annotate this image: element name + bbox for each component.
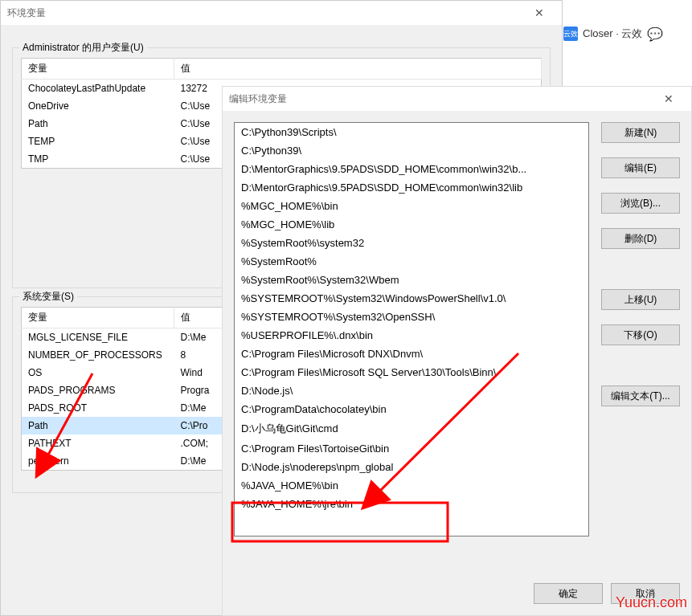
- var-name-cell: Path: [22, 417, 174, 434]
- user-vars-legend: Administrator 的用户变量(U): [19, 41, 147, 55]
- var-name-cell: PATHEXT: [22, 434, 174, 452]
- list-item[interactable]: D:\小乌龟Git\Git\cmd: [235, 418, 588, 439]
- new-button[interactable]: 新建(N): [601, 122, 680, 143]
- list-item[interactable]: C:\ProgramData\chocolatey\bin: [235, 400, 588, 418]
- app-header-text: Closer · 云效: [583, 27, 642, 41]
- close-icon[interactable]: ✕: [523, 1, 555, 25]
- col-var-name[interactable]: 变量: [22, 59, 174, 80]
- list-item[interactable]: %SYSTEMROOT%\System32\OpenSSH\: [235, 308, 588, 326]
- edit-env-titlebar[interactable]: 编辑环境变量 ✕: [223, 87, 691, 111]
- movedown-button[interactable]: 下移(O): [601, 324, 680, 345]
- var-name-cell: perlIntern: [22, 452, 174, 471]
- list-item[interactable]: %JAVA_HOME%\jre\bin: [235, 495, 588, 513]
- list-item[interactable]: C:\Python39\: [235, 141, 588, 160]
- var-name-cell: Path: [22, 115, 174, 133]
- moveup-button[interactable]: 上移(U): [601, 289, 680, 310]
- col-var-name[interactable]: 变量: [22, 308, 174, 328]
- list-item[interactable]: %SystemRoot%\System32\Wbem: [235, 271, 588, 289]
- env-vars-title: 环境变量: [7, 6, 523, 20]
- app-badge-icon: 云效: [563, 27, 578, 41]
- var-name-cell: PADS_ROOT: [22, 399, 174, 417]
- list-item[interactable]: C:\Program Files\TortoiseGit\bin: [235, 439, 588, 458]
- var-name-cell: TMP: [22, 150, 174, 169]
- sys-vars-legend: 系统变量(S): [19, 290, 77, 304]
- list-item[interactable]: %SYSTEMROOT%\System32\WindowsPowerShell\…: [235, 289, 588, 308]
- browse-button[interactable]: 浏览(B)...: [601, 193, 680, 214]
- edit-env-title: 编辑环境变量: [229, 92, 653, 106]
- ok-button[interactable]: 确定: [534, 583, 603, 604]
- var-name-cell: MGLS_LICENSE_FILE: [22, 328, 174, 347]
- var-name-cell: TEMP: [22, 133, 174, 150]
- delete-button[interactable]: 删除(D): [601, 228, 680, 249]
- close-icon[interactable]: ✕: [653, 87, 685, 111]
- list-item[interactable]: C:\Python39\Scripts\: [235, 123, 588, 141]
- list-item[interactable]: C:\Program Files\Microsoft DNX\Dnvm\: [235, 345, 588, 363]
- edit-env-dialog: 编辑环境变量 ✕ C:\Python39\Scripts\C:\Python39…: [222, 86, 692, 616]
- list-item[interactable]: %USERPROFILE%\.dnx\bin: [235, 326, 588, 345]
- list-item[interactable]: %JAVA_HOME%\bin: [235, 476, 588, 495]
- var-name-cell: OneDrive: [22, 97, 174, 115]
- background-app-header: 云效 Closer · 云效 💬: [563, 22, 692, 45]
- list-item[interactable]: %SystemRoot%: [235, 252, 588, 271]
- list-item[interactable]: %MGC_HOME%\lib: [235, 215, 588, 234]
- watermark: Yuucn.com: [616, 594, 687, 611]
- list-item[interactable]: D:\Node.js\: [235, 381, 588, 400]
- var-name-cell: OS: [22, 364, 174, 381]
- path-listbox[interactable]: C:\Python39\Scripts\C:\Python39\D:\Mento…: [234, 122, 589, 536]
- list-item[interactable]: %MGC_HOME%\bin: [235, 197, 588, 215]
- var-name-cell: NUMBER_OF_PROCESSORS: [22, 346, 174, 364]
- var-name-cell: PADS_PROGRAMS: [22, 381, 174, 399]
- list-item[interactable]: D:\Node.js\nodereps\npm_global: [235, 458, 588, 476]
- list-item[interactable]: C:\Program Files\Microsoft SQL Server\13…: [235, 363, 588, 381]
- env-vars-titlebar[interactable]: 环境变量 ✕: [1, 1, 562, 25]
- list-item[interactable]: %SystemRoot%\system32: [235, 234, 588, 252]
- edit-button[interactable]: 编辑(E): [601, 157, 680, 178]
- var-name-cell: ChocolateyLastPathUpdate: [22, 80, 174, 98]
- list-item[interactable]: D:\MentorGraphics\9.5PADS\SDD_HOME\commo…: [235, 178, 588, 197]
- speech-bubble-icon: 💬: [647, 27, 661, 41]
- edittext-button[interactable]: 编辑文本(T)...: [601, 386, 680, 406]
- col-var-value[interactable]: 值: [174, 59, 542, 80]
- list-item[interactable]: D:\MentorGraphics\9.5PADS\SDD_HOME\commo…: [235, 160, 588, 178]
